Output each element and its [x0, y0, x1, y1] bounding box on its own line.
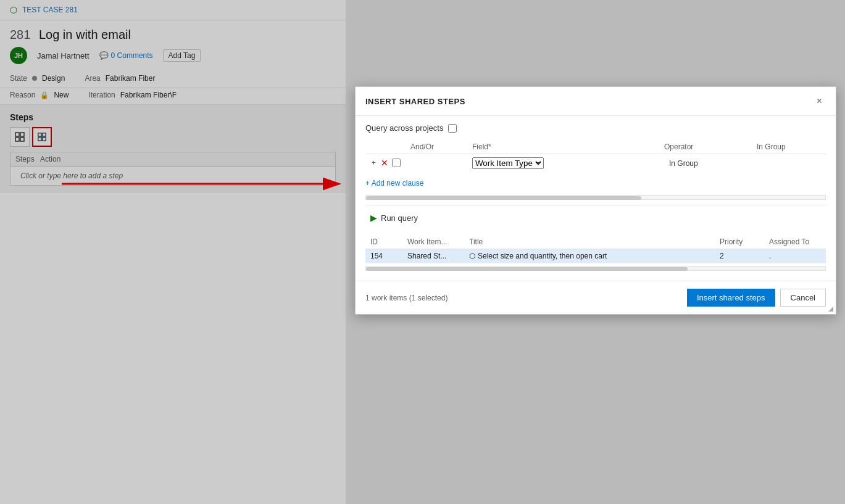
- clause-controls: + ✕: [370, 157, 401, 169]
- query-scrollbar-thumb: [366, 196, 641, 200]
- footer-buttons: Insert shared steps Cancel: [687, 289, 826, 307]
- table-row[interactable]: 154Shared St...⬡Select size and quantity…: [365, 249, 826, 263]
- results-col-assigned[interactable]: Assigned To: [764, 235, 826, 249]
- operator-value: In Group: [664, 157, 703, 170]
- shared-steps-row-icon: ⬡: [469, 252, 475, 260]
- results-scrollbar[interactable]: [365, 266, 826, 271]
- play-icon: ▶: [370, 213, 377, 223]
- modal-title: INSERT SHARED STEPS: [365, 97, 465, 106]
- field-select-wrapper: Work Item Type: [472, 157, 544, 169]
- results-scrollbar-thumb: [366, 267, 688, 271]
- results-col-title[interactable]: Title: [464, 235, 715, 249]
- query-clause-row: + ✕ Work Item Type: [365, 154, 826, 172]
- operator-cell: In Group: [659, 154, 752, 172]
- modal-body: Query across projects And/Or Field* Oper…: [356, 116, 836, 281]
- results-header-row: ID Work Item... Title Priority Assigned …: [365, 235, 826, 249]
- modal-close-button[interactable]: ×: [813, 94, 826, 108]
- remove-clause-button[interactable]: ✕: [380, 157, 389, 169]
- in-group-cell: [752, 154, 826, 172]
- col-operator: Operator: [659, 140, 752, 154]
- cancel-button[interactable]: Cancel: [780, 289, 826, 307]
- results-col-id[interactable]: ID: [365, 235, 402, 249]
- modal-footer: 1 work items (1 selected) Insert shared …: [356, 281, 836, 314]
- query-across-checkbox[interactable]: [448, 124, 457, 133]
- add-clause-plus-button[interactable]: +: [370, 157, 377, 168]
- insert-shared-steps-modal: INSERT SHARED STEPS × Query across proje…: [355, 86, 836, 315]
- clause-checkbox[interactable]: [392, 159, 401, 167]
- result-title: ⬡Select size and quantity, then open car…: [464, 249, 715, 263]
- and-or-cell: [406, 154, 467, 172]
- results-col-priority[interactable]: Priority: [715, 235, 764, 249]
- result-priority: 2: [715, 249, 764, 263]
- run-query-section: ▶ Run query: [365, 205, 826, 230]
- field-select[interactable]: Work Item Type: [472, 157, 544, 169]
- query-clause-table: And/Or Field* Operator In Group + ✕: [365, 140, 826, 171]
- query-scrollbar[interactable]: [365, 195, 826, 200]
- result-assigned: .: [764, 249, 826, 263]
- query-across-label: Query across projects: [365, 123, 443, 133]
- results-col-type[interactable]: Work Item...: [402, 235, 464, 249]
- result-id: 154: [365, 249, 402, 263]
- add-new-clause-button[interactable]: + Add new clause: [365, 176, 423, 190]
- result-type: Shared St...: [402, 249, 464, 263]
- col-in-group: In Group: [752, 140, 826, 154]
- modal-header: INSERT SHARED STEPS ×: [356, 87, 836, 116]
- footer-status: 1 work items (1 selected): [365, 294, 447, 302]
- col-drag: [365, 140, 406, 154]
- results-table: ID Work Item... Title Priority Assigned …: [365, 235, 826, 263]
- run-query-button[interactable]: ▶ Run query: [365, 210, 423, 225]
- field-cell: Work Item Type: [467, 154, 659, 172]
- col-and-or: And/Or: [406, 140, 467, 154]
- resize-handle[interactable]: [828, 307, 836, 314]
- run-query-label: Run query: [381, 213, 418, 223]
- query-across-row: Query across projects: [365, 123, 826, 133]
- insert-shared-steps-button[interactable]: Insert shared steps: [687, 289, 775, 307]
- col-field: Field*: [467, 140, 659, 154]
